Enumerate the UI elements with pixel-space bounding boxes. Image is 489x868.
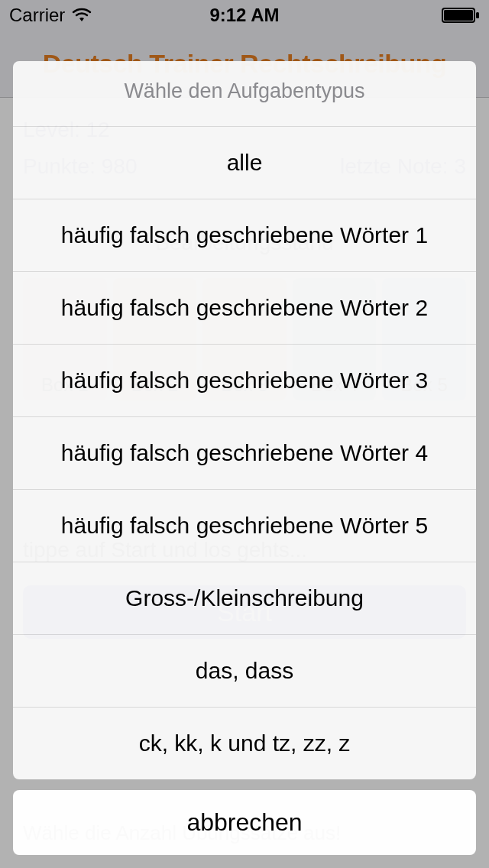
option-gross-klein[interactable]: Gross-/Kleinschreibung <box>13 562 476 634</box>
option-woerter-1[interactable]: häufig falsch geschriebene Wörter 1 <box>13 199 476 271</box>
option-woerter-5[interactable]: häufig falsch geschriebene Wörter 5 <box>13 489 476 562</box>
option-woerter-3[interactable]: häufig falsch geschriebene Wörter 3 <box>13 344 476 416</box>
option-das-dass[interactable]: das, dass <box>13 634 476 707</box>
action-sheet: Wähle den Aufgabentypus alle häufig fals… <box>13 61 476 855</box>
option-woerter-2[interactable]: häufig falsch geschriebene Wörter 2 <box>13 271 476 344</box>
action-sheet-title: Wähle den Aufgabentypus <box>13 61 476 126</box>
option-alle[interactable]: alle <box>13 126 476 199</box>
action-sheet-main: Wähle den Aufgabentypus alle häufig fals… <box>13 61 476 779</box>
cancel-button[interactable]: abbrechen <box>13 790 476 855</box>
option-ck-kk[interactable]: ck, kk, k und tz, zz, z <box>13 707 476 779</box>
option-woerter-4[interactable]: häufig falsch geschriebene Wörter 4 <box>13 416 476 489</box>
